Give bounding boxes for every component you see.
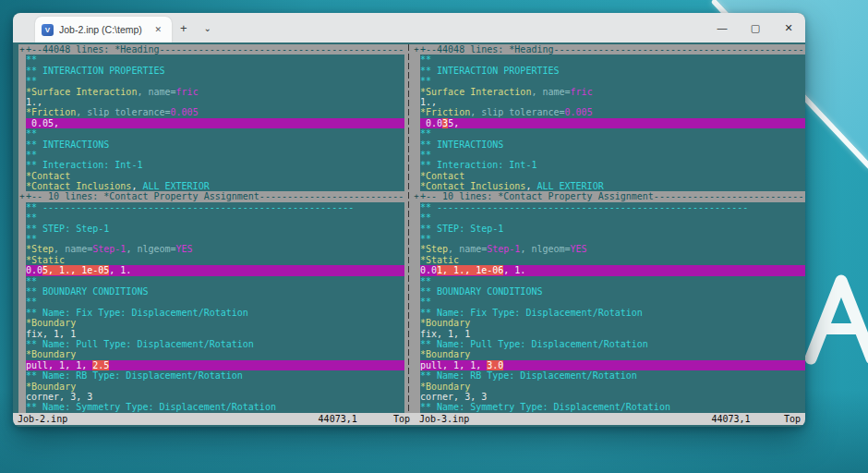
fold-column-cell bbox=[18, 392, 26, 402]
fold-column-cell bbox=[18, 118, 26, 128]
code-line: ** bbox=[26, 297, 404, 307]
code-line: ** bbox=[420, 212, 805, 223]
new-tab-button[interactable]: + bbox=[172, 15, 196, 42]
fold-column-cell bbox=[413, 212, 420, 223]
fold-column-cell bbox=[413, 318, 420, 328]
fold-column-cell bbox=[413, 360, 420, 370]
code-line: fix, 1, 1 bbox=[26, 329, 404, 339]
code-line: ** Interaction: Int-1 bbox=[26, 160, 404, 170]
command-line[interactable] bbox=[13, 425, 805, 427]
fold-line: +--44048 lines: *Heading----------------… bbox=[420, 44, 805, 55]
fold-marker[interactable]: + bbox=[413, 191, 420, 201]
diff-line: 0.05, 1., 1e-05, 1. bbox=[26, 265, 404, 275]
fold-column-cell bbox=[18, 97, 26, 107]
fold-column-cell bbox=[18, 265, 26, 275]
fold-column-cell bbox=[18, 107, 26, 117]
vim-window-left[interactable]: ++ +--44048 lines: *Heading-------------… bbox=[18, 44, 404, 413]
code-line: ** Name: RB Type: Displacement/Rotation bbox=[420, 370, 805, 381]
fold-column-cell bbox=[18, 255, 26, 265]
fold-column-cell bbox=[413, 66, 420, 76]
maximize-button[interactable]: ▢ bbox=[739, 13, 772, 42]
code-line: *Boundary bbox=[26, 382, 404, 392]
diff-line: pull, 1, 1, 3.0 bbox=[420, 360, 805, 370]
code-line: corner, 3, 3 bbox=[26, 392, 404, 402]
fold-line: +-- 10 lines: *Contact Property Assignme… bbox=[26, 191, 404, 201]
diff-line: 0.035, bbox=[420, 118, 805, 128]
code-line: ** bbox=[420, 128, 805, 139]
tab-dropdown-button[interactable]: ⌄ bbox=[196, 15, 220, 42]
statusline-filename: Job-3.inp bbox=[419, 414, 469, 424]
fold-column-cell bbox=[18, 339, 26, 349]
fold-marker[interactable]: + bbox=[413, 44, 420, 55]
tab-active[interactable]: V Job-2.inp (C:\temp) (1 of 2) - V ✕ bbox=[35, 17, 172, 42]
fold-column-cell bbox=[413, 139, 420, 150]
code-line: corner, 3, 3 bbox=[420, 392, 805, 402]
fold-marker[interactable]: + bbox=[18, 191, 26, 201]
code-line: *Contact bbox=[420, 171, 805, 181]
code-line: *Boundary bbox=[420, 382, 805, 392]
statusline-position: 44073,1 bbox=[711, 413, 750, 425]
fold-column-cell bbox=[413, 244, 420, 254]
vim-window-right[interactable]: ++ +--44048 lines: *Heading-------------… bbox=[413, 44, 805, 413]
fold-column-cell bbox=[413, 265, 420, 275]
fold-column-cell bbox=[18, 171, 26, 181]
code-line: ** Name: Pull Type: Displacement/Rotatio… bbox=[420, 339, 805, 349]
code-line: *Contact Inclusions, ALL EXTERIOR bbox=[420, 181, 805, 191]
fold-column-cell bbox=[413, 128, 420, 139]
wallpaper-letter-a bbox=[803, 272, 868, 368]
fold-column-cell bbox=[18, 297, 26, 307]
code-line: *Step, name=Step-1, nlgeom=YES bbox=[26, 244, 404, 254]
chevron-down-icon: ⌄ bbox=[204, 23, 211, 33]
fold-column-cell bbox=[413, 297, 420, 307]
fold-column-cell bbox=[18, 160, 26, 170]
close-icon: ✕ bbox=[784, 22, 792, 34]
close-button[interactable]: ✕ bbox=[772, 13, 805, 42]
fold-column-cell bbox=[413, 402, 420, 412]
code-line: ** Name: RB Type: Displacement/Rotation bbox=[26, 370, 404, 381]
fold-column-cell bbox=[413, 171, 420, 181]
fold-column-cell bbox=[18, 66, 26, 76]
fold-column-cell bbox=[18, 318, 26, 328]
fold-column-cell bbox=[18, 202, 26, 212]
code-line: *Contact bbox=[26, 171, 404, 181]
buffer-text[interactable]: +--44048 lines: *Heading----------------… bbox=[420, 44, 805, 413]
fold-column-cell bbox=[413, 234, 420, 244]
fold-column-cell bbox=[18, 181, 26, 191]
code-line: ** bbox=[26, 234, 404, 244]
code-line: ** Name: Pull Type: Displacement/Rotatio… bbox=[26, 339, 404, 349]
fold-column-cell bbox=[413, 160, 420, 170]
tab-close-button[interactable]: ✕ bbox=[151, 23, 165, 36]
fold-column-cell bbox=[413, 382, 420, 392]
fold-column-cell bbox=[18, 276, 26, 286]
code-line: ** INTERACTION PROPERTIES bbox=[420, 66, 805, 76]
code-line: *Surface Interaction, name=fric bbox=[26, 87, 404, 97]
fold-column-cell bbox=[413, 370, 420, 381]
buffer-text[interactable]: +--44048 lines: *Heading----------------… bbox=[26, 44, 404, 413]
plus-icon: + bbox=[180, 21, 187, 35]
fold-column-cell bbox=[413, 286, 420, 297]
code-line: ** Name: Fix Type: Displacement/Rotation bbox=[26, 308, 404, 318]
fold-column-cell bbox=[413, 224, 420, 234]
statusline-scroll-indicator: Top bbox=[784, 413, 801, 425]
code-line: *Boundary bbox=[420, 318, 805, 328]
statusline-right: Job-3.inp 44073,1 Top bbox=[415, 413, 805, 425]
fold-column-cell bbox=[18, 55, 26, 65]
code-line: ** bbox=[420, 76, 805, 86]
fold-column-cell bbox=[413, 255, 420, 265]
vim-diff-view: ++ +--44048 lines: *Heading-------------… bbox=[13, 42, 805, 427]
code-line: ** bbox=[420, 150, 805, 160]
code-line: ** Name: Symmetry Type: Displacement/Rot… bbox=[26, 402, 404, 412]
titlebar: V Job-2.inp (C:\temp) (1 of 2) - V ✕ + ⌄… bbox=[13, 13, 805, 42]
diff-line: 0.05, bbox=[26, 118, 404, 128]
minimize-button[interactable]: — bbox=[705, 13, 739, 42]
fold-column-cell bbox=[413, 202, 420, 212]
fold-column-cell bbox=[18, 286, 26, 297]
fold-marker[interactable]: + bbox=[18, 44, 26, 55]
code-line: *Boundary bbox=[420, 349, 805, 359]
fold-column: ++ bbox=[18, 44, 26, 413]
fold-column-cell bbox=[18, 150, 26, 160]
fold-column-cell bbox=[413, 392, 420, 402]
vertical-split-separator[interactable] bbox=[404, 44, 413, 413]
fold-column-cell bbox=[413, 107, 420, 117]
code-line: ** INTERACTIONS bbox=[26, 139, 404, 150]
